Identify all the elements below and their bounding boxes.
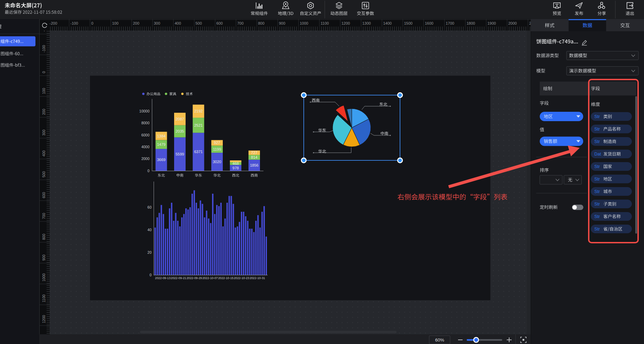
svg-text:300: 300 (154, 21, 160, 25)
svg-text:Str: Str (594, 164, 600, 169)
svg-text:3020: 3020 (213, 160, 221, 164)
svg-text:1300: 1300 (362, 21, 371, 25)
svg-text:978: 978 (233, 166, 239, 170)
svg-text:20: 20 (147, 250, 152, 254)
svg-text:2022-10-31: 2022-10-31 (250, 276, 265, 280)
svg-text:Str: Str (594, 227, 600, 232)
svg-text:40: 40 (147, 228, 152, 232)
svg-text:Str: Str (594, 177, 600, 182)
svg-text:4000: 4000 (141, 145, 150, 149)
svg-text:2022-10-07: 2022-10-07 (202, 276, 218, 280)
svg-text:Str: Str (594, 214, 600, 219)
svg-text:2000: 2000 (508, 21, 517, 25)
svg-text:100: 100 (112, 21, 119, 25)
svg-text:2000: 2000 (141, 157, 150, 161)
svg-text:-100: -100 (71, 21, 78, 25)
svg-text:1200: 1200 (342, 21, 350, 25)
svg-text:2022-09-13: 2022-09-13 (155, 276, 171, 280)
svg-text:6000: 6000 (141, 133, 150, 137)
svg-text:100: 100 (42, 88, 46, 94)
svg-text:0: 0 (147, 169, 149, 173)
svg-text:900: 900 (279, 21, 285, 25)
svg-text:927: 927 (214, 141, 220, 145)
svg-text:Str: Str (594, 114, 600, 119)
svg-text:0: 0 (91, 21, 93, 25)
svg-text:2087: 2087 (176, 117, 184, 121)
svg-text:900: 900 (42, 254, 46, 261)
svg-text:600: 600 (42, 192, 46, 198)
svg-text:1856: 1856 (250, 163, 258, 167)
svg-text:200: 200 (42, 109, 46, 115)
svg-text:1200: 1200 (42, 315, 46, 323)
svg-text:400: 400 (175, 21, 181, 25)
svg-text:2035: 2035 (176, 129, 184, 133)
svg-text:600: 600 (217, 21, 223, 25)
svg-text:1479: 1479 (157, 142, 165, 146)
svg-text:200: 200 (133, 21, 139, 25)
svg-text:1000: 1000 (42, 273, 46, 282)
svg-text:727: 727 (251, 151, 257, 155)
svg-text:5599: 5599 (176, 152, 184, 156)
svg-text:2521: 2521 (194, 123, 203, 127)
svg-text:0: 0 (149, 273, 152, 277)
svg-text:700: 700 (42, 213, 46, 219)
svg-text:800: 800 (258, 21, 264, 25)
svg-text:-200: -200 (50, 21, 57, 25)
svg-text:500: 500 (196, 21, 202, 25)
svg-text:814: 814 (251, 155, 257, 159)
svg-text:Str: Str (594, 189, 600, 194)
svg-text:700: 700 (237, 21, 244, 25)
svg-text:-100: -100 (42, 45, 46, 52)
svg-text:Str: Str (594, 139, 600, 144)
svg-text:6371: 6371 (194, 150, 203, 154)
svg-text:2022-10-23: 2022-10-23 (234, 276, 250, 280)
svg-text:10000: 10000 (139, 109, 149, 113)
svg-text:Dat: Dat (594, 152, 601, 157)
svg-text:2022-10-15: 2022-10-15 (218, 276, 234, 280)
svg-text:1500: 1500 (404, 21, 413, 25)
svg-text:1700: 1700 (446, 21, 454, 25)
svg-text:2022-09-29: 2022-09-29 (187, 276, 202, 280)
svg-text:2022-09-21: 2022-09-21 (171, 276, 186, 280)
svg-text:0: 0 (42, 71, 46, 73)
svg-text:8000: 8000 (141, 121, 150, 125)
svg-text:500: 500 (42, 171, 46, 177)
svg-text:1900: 1900 (488, 21, 496, 25)
svg-text:300: 300 (42, 129, 46, 136)
svg-text:2192: 2192 (194, 109, 203, 113)
svg-text:1400: 1400 (383, 21, 392, 25)
svg-text:1100: 1100 (321, 21, 329, 25)
svg-text:Str: Str (594, 202, 600, 207)
svg-text:1199: 1199 (213, 147, 221, 151)
svg-text:1100: 1100 (42, 294, 46, 302)
svg-text:1000: 1000 (300, 21, 308, 25)
svg-text:60%: 60% (435, 337, 444, 343)
svg-text:800: 800 (42, 234, 46, 240)
svg-text:1384: 1384 (157, 134, 165, 138)
svg-text:3669: 3669 (157, 158, 165, 162)
svg-text:60: 60 (147, 205, 152, 209)
svg-text:400: 400 (42, 150, 46, 157)
svg-text:1600: 1600 (425, 21, 433, 25)
svg-text:1800: 1800 (467, 21, 475, 25)
svg-text:Str: Str (594, 127, 600, 132)
